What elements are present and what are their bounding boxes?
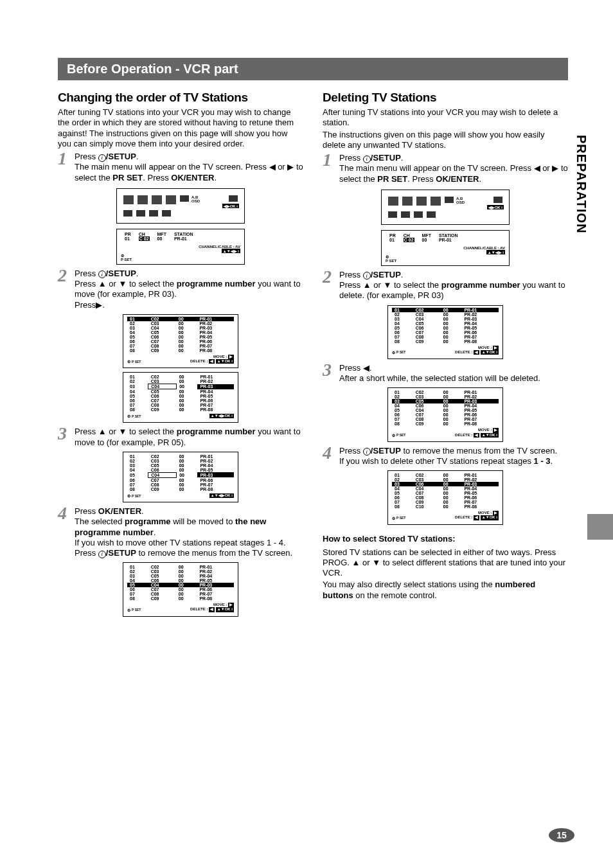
txt: or (107, 279, 119, 288)
cell-ch: C 02 (139, 236, 150, 241)
pset-lbl: P SET (132, 360, 141, 364)
key-block: ▲▼◀▶OK i (209, 493, 234, 498)
list-cell: C08 (148, 403, 177, 407)
key-right: ▶ (228, 355, 234, 359)
how-to-select-heading: How to select Stored TV stations: (323, 534, 568, 544)
key-updownok: ▲▼OK i (216, 607, 234, 612)
list-cell: 08 (392, 339, 413, 344)
channel-cable-row: CHANNEL/CABLE : AV ▲▼◀▶ i (121, 245, 240, 253)
list-cell: 00 (441, 403, 462, 408)
hdr-pr: PR (386, 233, 400, 238)
up-arrow-icon: ▲ (98, 279, 107, 288)
list-cell: 05 (127, 472, 148, 477)
txt: Press (75, 152, 98, 161)
list-row: 07C0800PR-07 (127, 483, 234, 487)
pset-lbl: P SET (386, 259, 396, 263)
list-row: 03C0500PR-03 (392, 399, 499, 403)
list-row: 01C0200PR-01 (127, 454, 234, 459)
pr-set-label: PR SET (112, 173, 143, 182)
list-row: 08C0900PR-08 (127, 487, 234, 492)
pset-lbl: P SET (132, 414, 141, 418)
info-icon: i (98, 154, 106, 162)
cell-ch: C 02 (404, 238, 414, 242)
pr-set-label: PR SET (377, 174, 407, 184)
list-cell: 02 (127, 569, 148, 574)
list-cell: 00 (176, 569, 197, 574)
list-cell: 00 (441, 399, 462, 403)
cell: C 02 (400, 238, 418, 242)
list-cell: PR-07 (197, 344, 234, 348)
list-row: 06C0700PR-06 (127, 339, 234, 344)
txt: Press (339, 363, 363, 373)
setup-label: /SETUP (371, 446, 401, 456)
list-cell: C10 (413, 504, 441, 509)
list-cell: C03 (413, 312, 441, 317)
left-list-1: 01C0200PR-0102C0300PR-0203C0400PR-0304C0… (123, 314, 238, 368)
txt: If you wish to delete other TV stations … (339, 456, 534, 466)
list-cell: PR-02 (461, 477, 499, 482)
delete-label: DELETE : (455, 433, 472, 437)
txt: on the remote control. (353, 590, 437, 600)
txt: . (401, 270, 404, 279)
txt: Press (75, 427, 98, 436)
setup-label: /SETUP (371, 153, 401, 163)
list-cell: 08 (127, 407, 148, 412)
list-cell: 00 (441, 486, 462, 491)
list-cell: C05 (148, 330, 176, 335)
txt: The main menu will appear on the TV scre… (339, 163, 534, 173)
list-cell: 00 (176, 348, 197, 353)
list-cell: 00 (441, 339, 462, 344)
list-cell: 03 (392, 317, 413, 321)
page: Before Operation - VCR part Changing the… (0, 0, 613, 868)
step-number-2: 2 (58, 269, 71, 283)
left-step-3-body: Press ▲ or ▼ to select the programme num… (75, 427, 303, 448)
list-row: 03C0500PR-04 (127, 463, 234, 468)
list-cell: PR-08 (197, 487, 233, 492)
txt: . (551, 456, 553, 466)
list-cell: PR-07 (461, 500, 499, 504)
list-cell: 08 (392, 421, 413, 426)
txt: . (141, 506, 144, 516)
left-step-3: 3 Press ▲ or ▼ to select the programme n… (58, 427, 303, 448)
up-arrow-icon: ▲ (363, 280, 371, 290)
left-column: Changing the order of TV Stations After … (58, 87, 303, 621)
osd-icon-set (152, 195, 162, 204)
list-cell: PR-04 (197, 463, 233, 468)
cell: 00 (418, 238, 435, 242)
list-cell: PR-02 (461, 312, 499, 317)
list-row: 05C0700PR-05 (392, 491, 499, 495)
list-cell: PR-04 (197, 330, 234, 335)
list-row: 03C0600PR-03 (392, 482, 499, 486)
list-cell: 01 (127, 454, 148, 459)
list-row: 06C0700PR-06 (127, 587, 234, 592)
list-cell: C07 (148, 587, 176, 592)
list-cell: C07 (413, 330, 441, 335)
list-cell: 00 (441, 491, 462, 495)
list-cell: 04 (127, 389, 148, 394)
osd-icon-prset (402, 197, 413, 206)
list-cell: 00 (176, 565, 197, 569)
left-intro: After tuning TV stations into your VCR y… (58, 107, 303, 149)
list-cell: C03 (413, 394, 441, 399)
osd-key-block: ◀▶OK i (487, 205, 504, 209)
right-heading: Deleting TV Stations (323, 91, 568, 105)
list-row: 05C0400PR-03 (127, 583, 234, 587)
txt: or (107, 427, 119, 436)
list-cell: 06 (392, 495, 413, 500)
page-number-badge: 15 (549, 828, 574, 842)
list-cell: C04 (413, 408, 441, 412)
list-cell: 00 (176, 583, 197, 587)
txt: Press (75, 269, 98, 278)
setup-label: /SETUP (106, 548, 136, 558)
list-cell: PR-01 (461, 473, 499, 477)
osd-icon-pset (493, 197, 502, 203)
down-arrow-icon: ▼ (119, 279, 127, 288)
prog-num-label: programme number (441, 280, 520, 290)
list-cell: C09 (413, 500, 441, 504)
list-cell: PR-01 (461, 390, 499, 394)
pr-set-box-right: PR CH MFT STATION 01 C 02 00 PR-01 (381, 230, 510, 266)
list-cell: PR-06 (197, 477, 233, 483)
list-cell: 00 (176, 339, 197, 344)
list-cell: 00 (177, 394, 198, 398)
list-cell: 03 (127, 384, 148, 389)
